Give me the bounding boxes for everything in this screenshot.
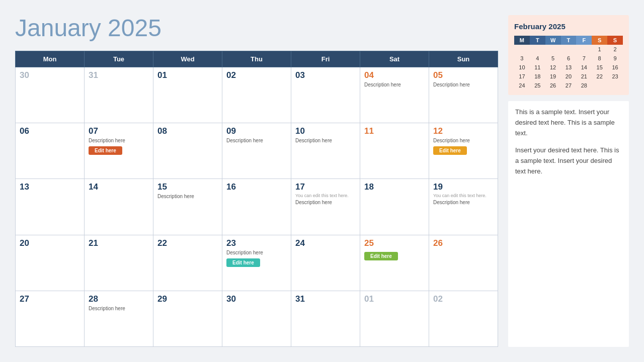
mini-day: 23 (607, 72, 623, 81)
calendar-cell: 21 (85, 235, 153, 291)
cell-description: Description here (295, 199, 356, 206)
calendar-cell: 12Description hereEdit here (429, 123, 498, 179)
calendar-cell: 30 (222, 291, 291, 346)
cell-description: Description here (433, 199, 494, 206)
month-label: January (15, 15, 101, 41)
day-number: 30 (226, 294, 287, 304)
mini-day: 28 (576, 81, 592, 90)
mini-day: 16 (607, 63, 623, 72)
day-number: 12 (433, 126, 494, 136)
day-number: 08 (157, 126, 218, 136)
day-number: 10 (295, 126, 356, 136)
calendar-cell: 23Description hereEdit here (222, 235, 291, 291)
day-number: 02 (433, 294, 494, 304)
calendar-row: 303101020304Description here05Descriptio… (16, 67, 498, 123)
mini-day: 2 (607, 45, 623, 54)
day-number: 01 (157, 70, 218, 80)
left-section: January 2025 MonTueWedThuFriSatSun 30310… (15, 15, 498, 347)
mini-day (576, 45, 592, 54)
day-number: 15 (157, 182, 218, 192)
day-number: 18 (364, 182, 425, 192)
edit-button[interactable]: Edit here (226, 258, 260, 267)
mini-day (530, 45, 545, 54)
calendar-row: 20212223Description hereEdit here2425Edi… (16, 235, 498, 291)
mini-day: 7 (576, 54, 592, 63)
calendar-cell: 16 (222, 179, 291, 235)
slide: January 2025 MonTueWedThuFriSatSun 30310… (0, 0, 644, 362)
mini-day: 18 (530, 72, 545, 81)
weekday-header: Sat (360, 51, 429, 67)
mini-day: 19 (545, 72, 561, 81)
mini-day: 6 (561, 54, 577, 63)
cell-description: Description here (226, 137, 287, 144)
cell-description: Description here (433, 137, 494, 144)
cell-description: Description here (295, 137, 356, 144)
day-number: 29 (157, 294, 218, 304)
calendar-cell: 05Description here (429, 67, 498, 123)
cell-description: Description here (433, 81, 494, 88)
weekday-header: Wed (153, 51, 222, 67)
mini-day (561, 45, 577, 54)
day-number: 09 (226, 126, 287, 136)
mini-day: 11 (530, 63, 545, 72)
mini-day: 14 (576, 63, 592, 72)
day-number: 31 (89, 70, 149, 80)
day-number: 01 (364, 294, 425, 304)
calendar-cell: 09Description here (222, 123, 291, 179)
main-calendar: MonTueWedThuFriSatSun 303101020304Descri… (15, 51, 498, 347)
weekday-header: Tue (85, 51, 153, 67)
calendar-cell: 28Description here (85, 291, 153, 346)
calendar-cell: 22 (153, 235, 222, 291)
mini-day: 1 (592, 45, 607, 54)
day-number: 30 (20, 70, 80, 80)
mini-day: 10 (514, 63, 530, 72)
year-label: 2025 (108, 15, 162, 41)
calendar-cell: 29 (153, 291, 222, 346)
mini-weekday: F (576, 36, 592, 45)
mini-day: 13 (561, 63, 577, 72)
mini-day: 26 (545, 81, 561, 90)
mini-weekday: W (545, 36, 561, 45)
weekday-header: Mon (16, 51, 85, 67)
day-number: 17 (295, 182, 356, 192)
mini-weekday: S (592, 36, 607, 45)
mini-day: 20 (561, 72, 577, 81)
weekday-header: Fri (291, 51, 360, 67)
mini-day: 5 (545, 54, 561, 63)
day-number: 26 (433, 238, 494, 248)
day-number: 28 (89, 294, 149, 304)
edit-button[interactable]: Edit here (433, 146, 467, 155)
edit-note: You can edit this text here. (295, 193, 356, 198)
mini-day: 12 (545, 63, 561, 72)
day-number: 16 (226, 182, 287, 192)
edit-button[interactable]: Edit here (89, 146, 122, 155)
weekday-header: Thu (222, 51, 291, 67)
calendar-cell: 08 (153, 123, 222, 179)
mini-day: 15 (592, 63, 607, 72)
mini-day: 9 (607, 54, 623, 63)
day-number: 27 (20, 294, 80, 304)
mini-day: 21 (576, 72, 592, 81)
right-section: February 2025 MTWTFSS1234567891011121314… (508, 15, 629, 347)
calendar-cell: 14 (85, 179, 153, 235)
mini-day: 22 (592, 72, 607, 81)
day-number: 25 (364, 238, 425, 248)
day-number: 31 (295, 294, 356, 304)
day-number: 21 (89, 238, 149, 248)
mini-day (514, 45, 530, 54)
mini-day: 27 (561, 81, 577, 90)
mini-day: 24 (514, 81, 530, 90)
calendar-cell: 20 (16, 235, 85, 291)
day-number: 20 (20, 238, 80, 248)
day-number: 22 (157, 238, 218, 248)
calendar-cell: 25Edit here (360, 235, 429, 291)
calendar-cell: 06 (16, 123, 85, 179)
calendar-row: 0607Description hereEdit here0809Descrip… (16, 123, 498, 179)
calendar-cell: 31 (291, 291, 360, 346)
day-number: 04 (364, 70, 425, 80)
calendar-row: 131415Description here1617You can edit t… (16, 179, 498, 235)
calendar-cell: 03 (291, 67, 360, 123)
day-number: 05 (433, 70, 494, 80)
edit-button[interactable]: Edit here (364, 252, 398, 260)
cell-description: Description here (89, 305, 149, 312)
